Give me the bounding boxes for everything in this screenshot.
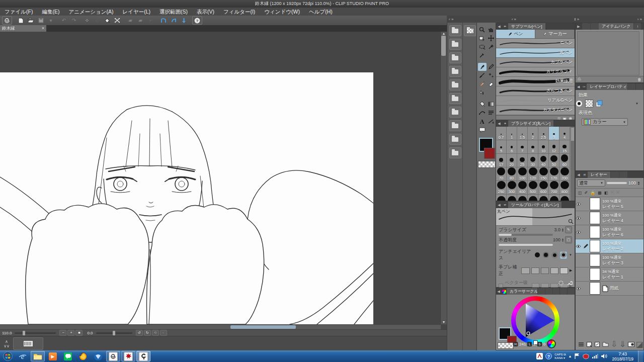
collapsed-3d-a-palette-button[interactable] bbox=[449, 134, 461, 145]
brush-size-25[interactable]: 25 bbox=[517, 154, 528, 167]
brush-size-partial[interactable] bbox=[507, 195, 517, 201]
collapsed-navigator-palette-button[interactable] bbox=[449, 25, 461, 36]
flip-button[interactable]: ⟲ bbox=[152, 330, 159, 336]
layer-thumbnail[interactable] bbox=[590, 254, 600, 266]
zoom-100-button[interactable]: ■ bbox=[75, 330, 83, 336]
snap-special-ruler-button[interactable] bbox=[169, 17, 178, 24]
collapsed-history-palette-button[interactable] bbox=[449, 107, 461, 118]
copy-button[interactable]: ▰ bbox=[136, 17, 145, 24]
figure-tool[interactable] bbox=[478, 109, 487, 117]
brush-size-15[interactable]: 15 bbox=[559, 140, 570, 154]
pen-tool[interactable] bbox=[478, 63, 487, 71]
brush-size-50[interactable]: 50 bbox=[549, 154, 559, 167]
brush-size-stepper[interactable]: ▲▼ bbox=[561, 228, 564, 232]
brush-size-150[interactable]: 150 bbox=[538, 167, 549, 181]
tone-effect-icon[interactable] bbox=[585, 100, 593, 108]
panel-collapse-icon[interactable]: ◀ bbox=[576, 171, 582, 178]
taskbar-firefox[interactable] bbox=[76, 351, 90, 361]
deselect-button[interactable]: ⁘ bbox=[83, 17, 92, 24]
menu-item-5[interactable]: 表示(V) bbox=[192, 8, 219, 16]
layer-opacity-slider[interactable] bbox=[607, 182, 627, 184]
brush-size-200[interactable]: 200 bbox=[559, 167, 570, 181]
subtool-item[interactable]: ざらつきペン bbox=[496, 86, 575, 96]
layer-color-icon[interactable] bbox=[596, 100, 603, 107]
selection-tool[interactable] bbox=[478, 43, 487, 51]
tray-app-icon[interactable] bbox=[536, 353, 543, 359]
tray-help-icon[interactable]: ? bbox=[545, 353, 552, 359]
airbrush-tool[interactable] bbox=[478, 80, 487, 88]
brush-size-20[interactable]: 20 bbox=[507, 154, 517, 167]
color-slider-tab[interactable] bbox=[538, 288, 545, 295]
brush-size-dynamics-button[interactable]: ✎ bbox=[565, 226, 572, 233]
eye-icon[interactable] bbox=[576, 244, 581, 248]
reset-settings-icon[interactable] bbox=[558, 280, 564, 286]
subtool-item[interactable]: リアルGペン bbox=[496, 96, 575, 106]
border-effect-icon[interactable] bbox=[576, 100, 583, 107]
panel-collapse-icon[interactable]: ▶ bbox=[576, 23, 582, 30]
taskbar-windows-explorer[interactable] bbox=[31, 351, 45, 361]
brush-size-4[interactable]: 4 bbox=[559, 127, 570, 140]
new-folder-button[interactable] bbox=[602, 341, 609, 347]
collapsed-tone-palette-button[interactable] bbox=[449, 52, 461, 63]
dock-expand-chevrons[interactable]: ∧∨∨ bbox=[0, 339, 13, 348]
brush-size-partial[interactable] bbox=[549, 195, 559, 201]
stabilize-segment[interactable] bbox=[521, 267, 529, 274]
balloon-tool[interactable] bbox=[478, 126, 487, 134]
panel-collapse-icon[interactable]: ◀ bbox=[496, 288, 501, 295]
help-button[interactable]: ? bbox=[192, 16, 202, 25]
brush-size-partial[interactable] bbox=[559, 195, 570, 201]
blend-mode-dropdown[interactable]: 通常 ▼ bbox=[577, 179, 605, 187]
stabilize-segment[interactable] bbox=[531, 267, 539, 274]
horizontal-scroll-thumb[interactable] bbox=[230, 325, 296, 329]
material-palette-button[interactable] bbox=[13, 337, 43, 350]
brush-size-scrollbar[interactable] bbox=[571, 127, 575, 201]
layer-thumbnail[interactable] bbox=[590, 268, 600, 281]
panel-list-icon[interactable] bbox=[578, 341, 584, 347]
brush-size-120[interactable]: 120 bbox=[528, 167, 538, 181]
brush-size-170[interactable]: 170 bbox=[549, 167, 559, 181]
3d-tab[interactable] bbox=[636, 83, 643, 90]
rotation-slider[interactable] bbox=[96, 332, 132, 334]
brush-size-70[interactable]: 70 bbox=[496, 167, 507, 181]
brush-size-3[interactable]: 3 bbox=[549, 127, 559, 140]
decoration-tool[interactable] bbox=[487, 71, 496, 79]
brush-size-80[interactable]: 80 bbox=[507, 167, 517, 181]
move-view-tool[interactable] bbox=[487, 26, 496, 34]
reset-view-button[interactable]: ▫ bbox=[160, 330, 167, 336]
expression-color-dropdown[interactable]: カラー ▼ bbox=[582, 118, 628, 126]
vertical-scroll-thumb[interactable] bbox=[441, 36, 446, 56]
opacity-dynamics-button[interactable]: ▢ bbox=[565, 236, 572, 243]
info-tab[interactable]: i bbox=[634, 23, 641, 30]
brush-size-40[interactable]: 40 bbox=[538, 154, 549, 167]
antialias-dropdown-arrow[interactable]: ▼ bbox=[569, 253, 572, 256]
trash-icon[interactable]: 🗑 bbox=[637, 77, 641, 82]
item-bank-tab[interactable]: アイテムバンク bbox=[599, 23, 633, 30]
transparent-swatch[interactable] bbox=[498, 342, 514, 349]
layer-opacity-stepper[interactable]: ▲▼ bbox=[637, 181, 640, 185]
stabilize-segment[interactable] bbox=[550, 267, 558, 274]
rotate-right-button[interactable]: ↻ bbox=[144, 330, 151, 336]
antialias-medium-option[interactable] bbox=[551, 251, 558, 259]
move-layer-tool[interactable] bbox=[487, 34, 496, 42]
layer-panel-tab[interactable]: レイヤー bbox=[588, 171, 610, 178]
brush-size-partial[interactable] bbox=[528, 195, 538, 201]
transparent-color-swatch[interactable] bbox=[478, 161, 496, 168]
canvas-tab[interactable]: 鈴木縁 × bbox=[0, 25, 46, 32]
subtool-item[interactable]: カブラペン bbox=[496, 58, 575, 67]
menu-item-1[interactable]: 編集(E) bbox=[37, 8, 64, 16]
clip-studio-logo-button[interactable] bbox=[2, 16, 12, 25]
opacity-stepper[interactable]: ▲▼ bbox=[561, 238, 564, 242]
undo-button[interactable]: ↶ bbox=[59, 17, 68, 24]
taskbar-clip-studio-paint[interactable] bbox=[136, 351, 150, 361]
layer-thumbnail[interactable] bbox=[590, 212, 600, 224]
collapsed-quick-zoom-palette-button[interactable] bbox=[449, 79, 461, 90]
sv-triangle[interactable] bbox=[511, 296, 559, 344]
eye-icon[interactable] bbox=[576, 287, 581, 291]
brush-size-500[interactable]: 500 bbox=[528, 181, 538, 195]
save-button[interactable] bbox=[36, 17, 45, 24]
pencil-tool[interactable] bbox=[487, 63, 496, 71]
layer-mask-button[interactable] bbox=[628, 341, 634, 347]
security-icon[interactable] bbox=[583, 353, 589, 359]
eraser-tool[interactable] bbox=[487, 80, 496, 88]
background-color-swatch[interactable] bbox=[484, 148, 495, 159]
